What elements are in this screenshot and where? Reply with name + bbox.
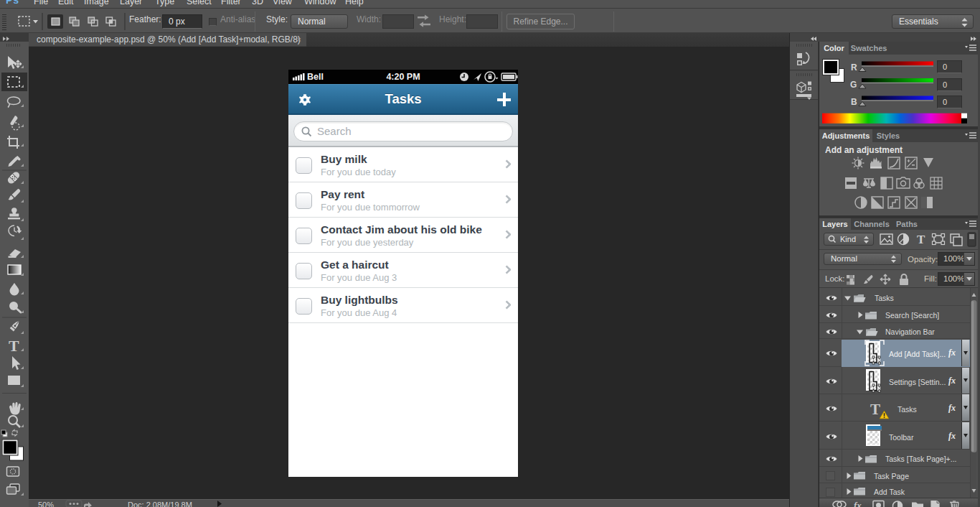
svg-text:T: T [9, 337, 19, 355]
svg-text:fx: fx [854, 500, 862, 507]
svg-text:T: T [917, 233, 925, 246]
